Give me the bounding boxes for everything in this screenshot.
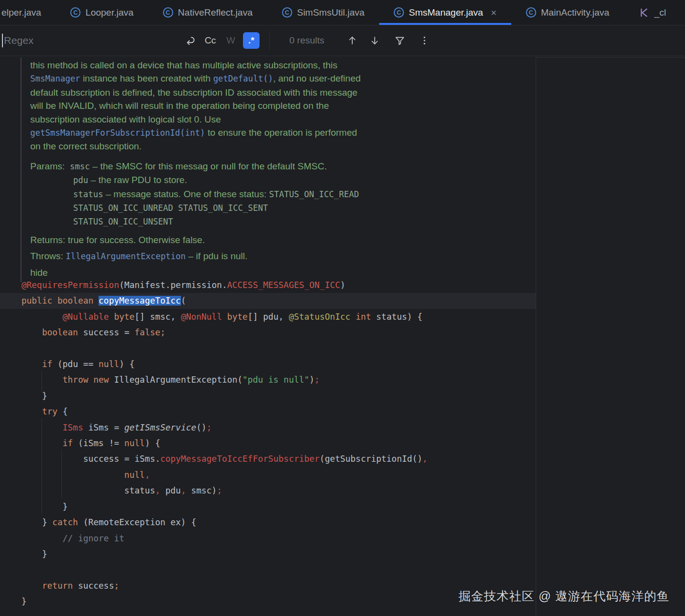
tab-label: MainActivity.java — [541, 7, 609, 18]
tab-label: _cl — [654, 7, 666, 18]
doc-line: Throws: IllegalArgumentException – if pd… — [21, 249, 361, 263]
watermark-text: 掘金技术社区 @ 遨游在代码海洋的鱼 — [459, 588, 669, 604]
code-line — [0, 341, 536, 356]
class-file-icon: C — [526, 7, 536, 18]
doc-line: this method is called on a device that h… — [21, 59, 361, 72]
code-line: ISms iSms = getISmsService(); — [0, 420, 536, 435]
tab-simsmsutil-java[interactable]: CSimSmsUtil.java — [267, 0, 379, 25]
code-line: public boolean copyMessageToIcc( — [0, 293, 536, 308]
code-line: success = iSms.copyMessageToIccEfForSubs… — [0, 451, 536, 467]
code-line: boolean success = false; — [0, 325, 536, 340]
doc-line: SmsManager instance has been created wit… — [21, 72, 361, 85]
indent-guide — [61, 449, 62, 498]
doc-line: status – message status. One of these st… — [21, 187, 361, 201]
tab--cl[interactable]: _cl — [624, 0, 681, 25]
doc-line: pdu – the raw PDU to store. — [21, 173, 361, 187]
tab-label: SimSmsUtil.java — [297, 7, 364, 18]
whole-words-toggle[interactable]: W — [222, 32, 239, 49]
more-options-icon[interactable] — [417, 33, 432, 48]
code-line: try { — [0, 404, 536, 419]
text-caret — [2, 34, 3, 47]
code-line: if (pdu == null) { — [0, 356, 536, 372]
doc-line: Returns: true for success. Otherwise fal… — [21, 233, 361, 246]
next-match-button[interactable] — [367, 33, 382, 48]
class-file-icon: C — [163, 7, 173, 18]
code-line: // ignore it — [0, 531, 536, 546]
code-line: } — [0, 594, 536, 609]
divider — [269, 31, 270, 50]
class-file-icon: C — [282, 7, 292, 18]
rendered-doc-comment: this method is called on a device that h… — [20, 58, 361, 282]
search-placeholder: Regex — [4, 35, 34, 46]
doc-line: Params: smsc – the SMSC for this messag … — [21, 160, 361, 173]
find-bar: Regex Cc W .* 0 results — [0, 25, 685, 56]
doc-line: STATUS_ON_ICC_UNREAD STATUS_ON_ICC_SENT — [21, 201, 361, 215]
results-count: 0 results — [289, 35, 324, 46]
tab-looper-java[interactable]: CLooper.java — [56, 0, 148, 25]
filter-icon[interactable] — [393, 33, 407, 48]
code-line: @RequiresPermission(Manifest.permission.… — [0, 277, 536, 293]
doc-line: default subscription is defined, the sub… — [21, 86, 361, 99]
tab-label: SmsManager.java — [409, 7, 483, 18]
ide-window: elper.javaCLooper.javaCNativeReflect.jav… — [0, 0, 685, 616]
doc-line: subscription associated with logical slo… — [21, 113, 361, 126]
code-line: throw new IllegalArgumentException("pdu … — [0, 372, 536, 388]
newline-icon[interactable] — [181, 32, 198, 49]
tab-nativereflect-java[interactable]: CNativeReflect.java — [148, 0, 267, 25]
code-line: status, pdu, smsc); — [0, 483, 536, 498]
code-line: } — [0, 499, 536, 514]
code-line — [0, 562, 536, 577]
code-area: @RequiresPermission(Manifest.permission.… — [0, 277, 536, 610]
tab-label: NativeReflect.java — [178, 7, 253, 18]
kotlin-file-icon — [639, 7, 649, 18]
regex-toggle[interactable]: .* — [243, 32, 260, 49]
tab-elper-java[interactable]: elper.java — [0, 0, 56, 25]
code-line: null, — [0, 467, 536, 483]
indent-guide — [41, 371, 42, 390]
indent-guide — [41, 418, 42, 513]
close-tab-icon[interactable]: × — [491, 8, 497, 18]
doc-line: on the correct subscription. — [21, 140, 361, 153]
code-editor[interactable]: this method is called on a device that h… — [0, 56, 685, 616]
tab-mainactivity-java[interactable]: CMainActivity.java — [511, 0, 624, 25]
previous-match-button[interactable] — [345, 33, 360, 48]
code-line: } — [0, 388, 536, 404]
doc-line: will be INVALID, which will result in th… — [21, 99, 361, 112]
secondary-editor-pane[interactable] — [536, 57, 685, 616]
doc-line: STATUS_ON_ICC_UNSENT — [21, 215, 361, 228]
code-line: @Nullable byte[] smsc, @NonNull byte[] p… — [0, 309, 536, 325]
code-line: if (iSms != null) { — [0, 435, 536, 451]
code-line: } catch (RemoteException ex) { — [0, 514, 536, 530]
class-file-icon: C — [70, 7, 81, 18]
code-line: return success; — [0, 578, 536, 594]
match-case-toggle[interactable]: Cc — [202, 32, 219, 49]
tab-smsmanager-java[interactable]: CSmsManager.java× — [379, 0, 511, 25]
code-line: } — [0, 546, 536, 562]
class-file-icon: C — [394, 7, 404, 18]
tab-label: Looper.java — [85, 7, 133, 18]
doc-line: getSmsManagerForSubscriptionId(int) to e… — [21, 126, 361, 140]
editor-tab-bar: elper.javaCLooper.javaCNativeReflect.jav… — [0, 0, 685, 25]
hide-doc-link[interactable]: hide — [30, 267, 48, 278]
search-input[interactable]: Regex — [0, 25, 181, 56]
selected-text: copyMessageToIcc — [99, 296, 181, 306]
tab-label: elper.java — [1, 7, 41, 18]
